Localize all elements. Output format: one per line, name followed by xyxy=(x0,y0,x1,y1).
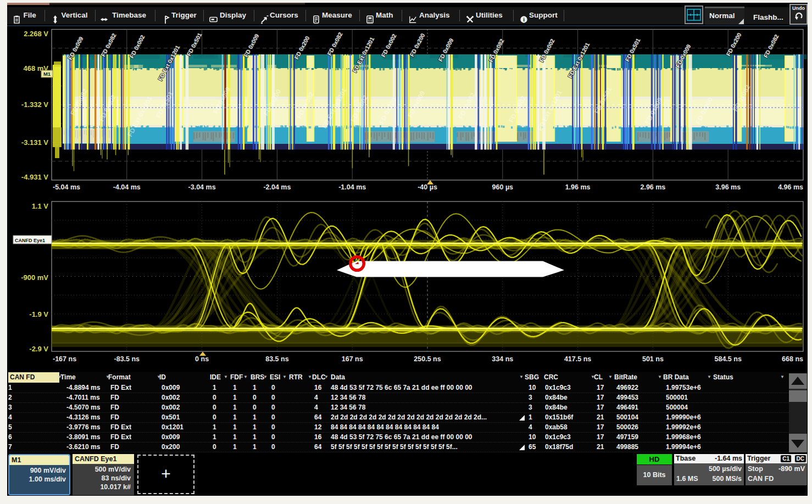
svg-text:167 ns: 167 ns xyxy=(342,355,363,363)
svg-text:-3.04 ms: -3.04 ms xyxy=(188,183,216,191)
svg-text:0 ns: 0 ns xyxy=(195,355,209,363)
svg-text:3.96 ms: 3.96 ms xyxy=(715,183,741,191)
svg-text:83.5 ns: 83.5 ns xyxy=(265,355,288,363)
svg-text:CANFD Eye1: CANFD Eye1 xyxy=(15,238,45,243)
svg-text:-4.931 V: -4.931 V xyxy=(21,173,48,181)
svg-text:-2.9 V: -2.9 V xyxy=(29,345,48,353)
svg-text:-1.04 ms: -1.04 ms xyxy=(338,183,366,191)
svg-text:M1: M1 xyxy=(43,71,51,77)
svg-text:2.268 V: 2.268 V xyxy=(24,30,48,38)
svg-text:334 ns: 334 ns xyxy=(492,355,513,363)
svg-text:-3.131 V: -3.131 V xyxy=(21,138,48,147)
svg-text:i: i xyxy=(523,16,525,23)
svg-text:-1.9 V: -1.9 V xyxy=(29,310,48,318)
svg-text:-2.04 ms: -2.04 ms xyxy=(263,183,291,191)
svg-text:-4.04 ms: -4.04 ms xyxy=(113,183,141,191)
svg-text:2.96 ms: 2.96 ms xyxy=(640,183,665,191)
svg-text:668 ns: 668 ns xyxy=(782,355,803,363)
svg-text:4.96 ms: 4.96 ms xyxy=(778,183,803,191)
svg-text:-5.04 ms: -5.04 ms xyxy=(53,183,80,191)
svg-text:417.5 ns: 417.5 ns xyxy=(564,355,591,363)
svg-text:1.1 V: 1.1 V xyxy=(32,202,49,210)
svg-text:-900 mV: -900 mV xyxy=(21,273,48,282)
svg-text:-167 ns: -167 ns xyxy=(53,355,76,363)
svg-text:1.96 ms: 1.96 ms xyxy=(565,183,591,191)
svg-text:584.5 ns: 584.5 ns xyxy=(715,355,742,363)
svg-text:501 ns: 501 ns xyxy=(642,355,664,363)
svg-text:250.5 ns: 250.5 ns xyxy=(414,355,441,363)
svg-text:-1.332 V: -1.332 V xyxy=(21,100,48,109)
svg-text:-40 µs: -40 µs xyxy=(418,183,437,191)
svg-text:-83.5 ns: -83.5 ns xyxy=(114,355,140,363)
svg-text:960 µs: 960 µs xyxy=(492,183,514,191)
